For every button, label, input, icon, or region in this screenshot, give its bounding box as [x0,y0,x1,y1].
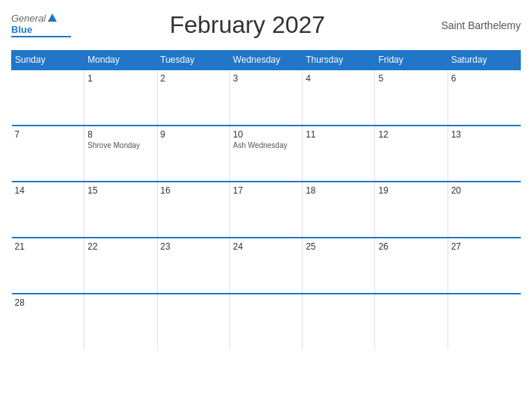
event-label: Shrove Monday [87,141,153,149]
header-friday: Friday [375,51,448,70]
calendar-body: 12345678Shrove Monday910Ash Wednesday111… [12,69,521,350]
day-number: 19 [378,185,444,196]
header-saturday: Saturday [448,51,520,70]
day-number: 9 [161,129,226,140]
day-number: 26 [378,241,444,252]
calendar-header: General Blue February 2027 Saint Barthel… [11,7,521,43]
calendar-day-cell: 3 [229,69,302,126]
day-number: 23 [161,241,226,252]
calendar-day-cell: 17 [229,182,302,238]
calendar-container: General Blue February 2027 Saint Barthel… [0,0,532,411]
day-number: 5 [378,73,444,84]
calendar-day-cell [12,69,84,126]
day-number: 11 [306,129,371,140]
calendar-day-cell: 9 [157,126,229,182]
calendar-day-cell: 13 [448,126,520,182]
day-number: 18 [306,185,371,196]
calendar-day-cell [303,294,375,350]
calendar-week-row: 78Shrove Monday910Ash Wednesday111213 [12,126,521,182]
day-number: 20 [451,185,518,196]
day-number: 17 [233,185,299,196]
calendar-week-row: 14151617181920 [12,182,521,238]
calendar-day-cell: 8Shrove Monday [84,126,157,182]
calendar-day-cell: 11 [303,126,375,182]
calendar-week-row: 123456 [12,69,521,126]
day-number: 2 [161,73,226,84]
calendar-day-cell [157,294,229,350]
header-thursday: Thursday [303,51,375,70]
day-number: 14 [15,185,81,196]
day-number: 24 [233,241,299,252]
day-number: 12 [378,129,444,140]
header-tuesday: Tuesday [157,51,229,70]
calendar-day-cell: 5 [375,69,448,126]
calendar-day-cell: 24 [229,238,302,294]
logo-blue-text: Blue [11,24,32,35]
calendar-table: Sunday Monday Tuesday Wednesday Thursday… [11,50,521,350]
day-number: 28 [15,297,81,308]
calendar-day-cell: 12 [375,126,448,182]
day-number: 13 [451,129,518,140]
logo-triangle-icon [48,13,57,22]
day-number: 16 [161,185,226,196]
calendar-day-cell [375,294,448,350]
day-number: 10 [233,129,299,140]
calendar-title: February 2027 [71,11,424,39]
day-number: 3 [233,73,299,84]
calendar-day-cell: 10Ash Wednesday [229,126,302,182]
calendar-day-cell [229,294,302,350]
day-number: 4 [306,73,371,84]
calendar-day-cell: 16 [157,182,229,238]
calendar-day-cell: 22 [84,238,157,294]
calendar-day-cell: 1 [84,69,157,126]
logo: General Blue [11,13,71,37]
calendar-day-cell: 18 [303,182,375,238]
day-number: 15 [87,185,153,196]
calendar-day-cell: 20 [448,182,520,238]
calendar-day-cell: 2 [157,69,229,126]
calendar-day-cell: 15 [84,182,157,238]
day-number: 27 [451,241,518,252]
calendar-header-row: Sunday Monday Tuesday Wednesday Thursday… [12,51,521,70]
day-number: 6 [451,73,518,84]
day-number: 7 [15,129,81,140]
header-sunday: Sunday [12,51,84,70]
header-monday: Monday [84,51,157,70]
calendar-week-row: 21222324252627 [12,238,521,294]
day-number: 8 [87,129,153,140]
calendar-day-cell: 19 [375,182,448,238]
calendar-day-cell: 4 [303,69,375,126]
calendar-day-cell: 27 [448,238,520,294]
calendar-week-row: 28 [12,294,521,350]
day-number: 21 [15,241,81,252]
calendar-day-cell: 28 [12,294,84,350]
calendar-day-cell: 7 [12,126,84,182]
calendar-day-cell: 23 [157,238,229,294]
calendar-region: Saint Barthelemy [424,19,521,31]
weekday-header-row: Sunday Monday Tuesday Wednesday Thursday… [12,51,521,70]
event-label: Ash Wednesday [233,141,299,149]
logo-bottom: Blue [11,24,71,35]
day-number: 25 [306,241,371,252]
calendar-day-cell: 6 [448,69,520,126]
calendar-day-cell: 26 [375,238,448,294]
logo-top: General [11,13,71,24]
calendar-day-cell: 21 [12,238,84,294]
logo-general-text: General [11,13,46,24]
header-wednesday: Wednesday [229,51,302,70]
calendar-day-cell [84,294,157,350]
day-number: 1 [87,73,153,84]
calendar-day-cell [448,294,520,350]
day-number: 22 [87,241,153,252]
logo-underline [11,36,71,37]
calendar-day-cell: 25 [303,238,375,294]
calendar-day-cell: 14 [12,182,84,238]
